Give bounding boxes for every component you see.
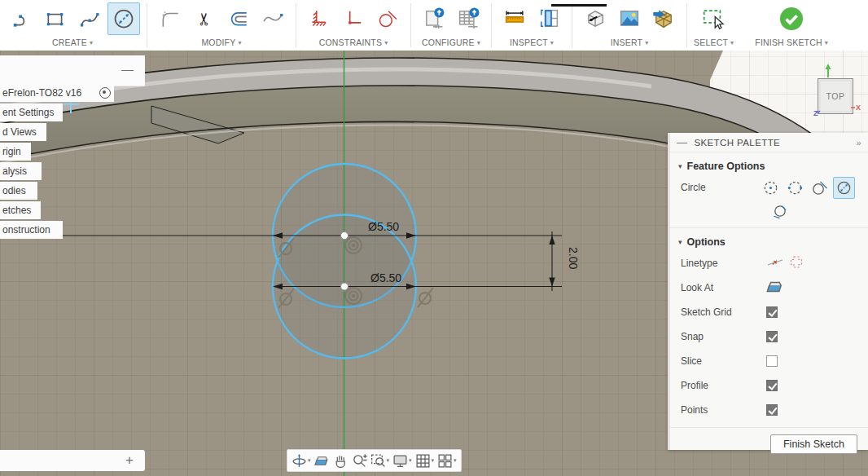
flyout-edge-artifact — [551, 4, 607, 7]
pan-button[interactable] — [333, 453, 349, 469]
chevron-down-icon[interactable]: ▾ — [387, 457, 390, 464]
centerline-icon[interactable] — [787, 253, 805, 274]
browser-title-bar[interactable]: — — [0, 55, 145, 86]
inspect-menu[interactable]: INSPECT▾ — [498, 36, 565, 49]
sketch-palette-panel: — SKETCH PALETTE » ▾ Feature Options Cir… — [668, 133, 868, 450]
create-menu[interactable]: CREATE▾ — [5, 36, 140, 49]
chevron-down-icon[interactable]: ▾ — [409, 457, 412, 464]
sidebar-item-bodies[interactable]: odies — [0, 182, 37, 200]
snap-checkbox[interactable] — [766, 331, 778, 342]
spline-icon[interactable] — [73, 2, 106, 35]
fix-constraint-icon[interactable] — [303, 2, 335, 35]
options-section-header[interactable]: ▾ Options — [670, 228, 868, 251]
toolbar-group-finish-sketch: FINISH SKETCH▾ — [750, 0, 833, 51]
modify-menu[interactable]: MODIFY▾ — [154, 36, 289, 49]
offset-icon[interactable] — [222, 2, 255, 35]
sidebar-item-origin[interactable]: rigin — [0, 143, 31, 161]
select-menu[interactable]: SELECT▾ — [694, 36, 734, 49]
trim-scissors-icon[interactable]: ✂ — [188, 2, 221, 35]
line-icon[interactable] — [5, 2, 37, 35]
circle-type-options-row2 — [670, 200, 868, 223]
chevron-down-icon: ▾ — [730, 39, 734, 46]
sidebar-item-analysis[interactable]: alysis — [0, 162, 42, 180]
look-at-icon[interactable] — [766, 278, 784, 298]
constraints-menu[interactable]: CONSTRAINTS▾ — [303, 36, 404, 49]
slice-checkbox[interactable] — [766, 355, 778, 367]
top-toolbar: CREATE▾ ✂ — [0, 0, 868, 51]
chevron-down-icon: ▾ — [238, 39, 241, 46]
visibility-radio-icon[interactable] — [99, 87, 111, 99]
viewcube-face-label[interactable]: TOP — [826, 91, 845, 101]
perpendicular-constraint-icon[interactable] — [337, 2, 370, 35]
circle-icon[interactable] — [107, 2, 140, 35]
feature-options-section-header[interactable]: ▾ Feature Options — [670, 152, 868, 175]
finish-sketch-menu[interactable]: FINISH SKETCH▾ — [755, 36, 828, 49]
chevron-down-icon: ▾ — [384, 39, 388, 46]
curve-icon[interactable] — [256, 2, 289, 35]
fillet-icon[interactable] — [154, 2, 186, 35]
viewports-button[interactable]: ▾ — [437, 453, 457, 469]
center-point-circle-icon[interactable] — [760, 177, 782, 199]
look-at-button[interactable] — [314, 453, 330, 469]
profile-row: Profile — [670, 373, 868, 398]
chevron-down-icon[interactable]: ▾ — [432, 457, 435, 464]
navigation-bar: ▾ ▾ ▾ — [287, 449, 462, 472]
snap-label: Snap — [681, 331, 766, 342]
minimize-icon[interactable]: — — [121, 62, 134, 76]
three-tangent-circle-icon[interactable] — [769, 201, 791, 223]
zoom-button[interactable] — [352, 453, 367, 469]
section-analysis-icon[interactable] — [533, 2, 565, 35]
dimension-value-top[interactable]: Ø5.50 — [368, 220, 399, 233]
grid-display-button[interactable]: ▾ — [415, 453, 435, 469]
rectangle-icon[interactable] — [39, 2, 72, 35]
display-settings-button[interactable]: ▾ — [392, 453, 412, 469]
look-at-row: Look At — [670, 275, 868, 300]
tangent-constraint-icon[interactable] — [371, 2, 404, 35]
browser-expand-bar[interactable]: + — [0, 450, 145, 471]
two-tangent-circle-icon[interactable] — [809, 177, 831, 199]
insert-mesh-icon[interactable] — [647, 2, 680, 35]
linetype-row: Linetype — [670, 251, 868, 275]
finish-sketch-button[interactable]: Finish Sketch — [770, 434, 857, 454]
sketch-geometry[interactable] — [273, 164, 416, 359]
chevron-down-icon: ▾ — [90, 39, 93, 46]
configure-table-icon[interactable] — [452, 2, 484, 35]
sidebar-item-named-views[interactable]: d Views — [0, 123, 46, 141]
dimension-value-bottom[interactable]: Ø5.50 — [370, 271, 401, 284]
insert-menu[interactable]: INSERT▾ — [579, 36, 680, 49]
viewcube[interactable]: TOP — [818, 78, 853, 114]
minimize-icon[interactable]: — — [677, 136, 687, 148]
slice-row: Slice — [670, 349, 868, 373]
select-box-icon[interactable] — [698, 2, 730, 35]
finish-sketch-check-icon[interactable] — [775, 2, 808, 35]
zoom-window-button[interactable]: ▾ — [370, 453, 390, 469]
chevron-down-icon: ▾ — [678, 162, 682, 170]
insert-derive-icon[interactable] — [579, 2, 612, 35]
toolbar-divider — [686, 3, 687, 47]
plus-icon[interactable]: + — [125, 452, 134, 469]
circle-center-point-top[interactable] — [341, 232, 349, 240]
sidebar-item-construction[interactable]: onstruction — [0, 221, 63, 239]
sketch-palette-header[interactable]: — SKETCH PALETTE » — [670, 133, 868, 152]
dimension-value-vertical[interactable]: 2.00 — [567, 247, 580, 269]
sketch-grid-checkbox[interactable] — [766, 306, 778, 318]
points-row: Points — [670, 398, 868, 422]
chevron-down-icon[interactable]: ▾ — [308, 457, 311, 464]
points-checkbox[interactable] — [766, 404, 778, 416]
configure-menu[interactable]: CONFIGURE▾ — [418, 36, 484, 49]
sidebar-item-sketches[interactable]: etches — [0, 201, 41, 219]
circle-center-point-bottom[interactable] — [341, 283, 349, 290]
sketch-palette-title: SKETCH PALETTE — [694, 138, 780, 148]
configure-feature-icon[interactable] — [418, 2, 450, 35]
orbit-button[interactable]: ▾ — [292, 453, 311, 469]
sidebar-item-document-settings[interactable]: ent Settings — [0, 104, 63, 121]
construction-line-icon[interactable] — [766, 253, 784, 274]
chevron-down-icon[interactable]: ▾ — [454, 457, 457, 464]
measure-icon[interactable] — [498, 2, 531, 35]
two-point-circle-icon[interactable] — [784, 177, 806, 199]
canvas-image-icon[interactable] — [613, 2, 646, 35]
collapse-right-icon[interactable]: » — [856, 138, 861, 148]
browser-document-title[interactable]: eFrelon-TO82 v16 — [0, 84, 114, 102]
profile-checkbox[interactable] — [766, 380, 778, 391]
center-diameter-circle-icon[interactable] — [833, 177, 855, 199]
